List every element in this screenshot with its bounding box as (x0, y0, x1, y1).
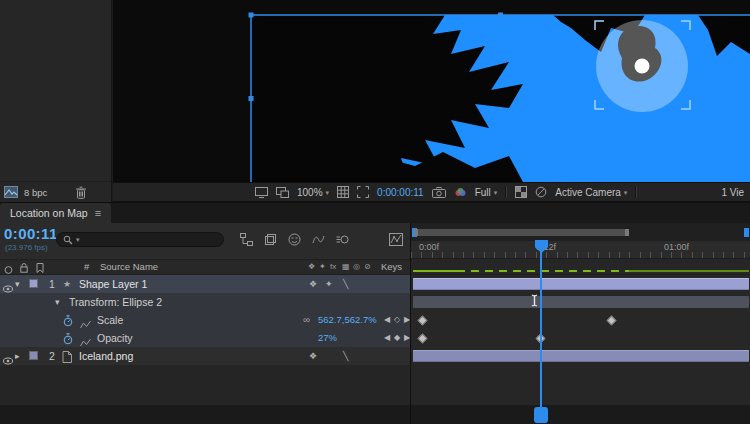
timeline-empty-area (0, 365, 410, 405)
preview-cache-dim (629, 270, 749, 272)
prev-keyframe-icon[interactable]: ◀ (384, 311, 390, 329)
grid-guides-icon[interactable] (337, 186, 349, 198)
scale-label[interactable]: Scale (97, 311, 123, 329)
current-time-indicator-line[interactable] (540, 251, 542, 407)
property-group-label[interactable]: Transform: Ellipse 2 (69, 293, 162, 311)
collapse-transforms-icon[interactable]: ❖ (309, 347, 317, 365)
layer-row-iceland[interactable]: ▸ 2 Iceland.png ❖ ╲ (0, 347, 410, 365)
collapse-transforms-icon[interactable]: ❖ (309, 275, 317, 293)
transparency-grid-icon[interactable] (515, 186, 527, 198)
timeline-tab-bar: Location on Map ≡ (0, 203, 750, 223)
bit-depth-label[interactable]: 8 bpc (24, 187, 47, 198)
layer-name[interactable]: Iceland.png (79, 347, 133, 365)
mask-column-icon[interactable]: ▦ (342, 260, 350, 274)
time-ruler[interactable]: 0:00f 0:12f 01:00f (411, 241, 750, 259)
active-camera-value: Active Camera (555, 187, 621, 198)
layer-color-swatch[interactable] (29, 351, 38, 360)
layer-index: 2 (49, 347, 55, 365)
resolution-value: Full (475, 187, 491, 198)
framerate-label: (23.976 fps) (5, 243, 48, 252)
viewer-timecode[interactable]: 0:00:00:11 (377, 187, 424, 198)
main-monitor-icon[interactable] (255, 187, 268, 198)
frame-blend-icon[interactable] (312, 233, 325, 246)
pan-end-handle[interactable] (744, 228, 749, 237)
keyframe-scale-1[interactable] (418, 316, 428, 326)
property-row-scale[interactable]: Scale ∞ 562.7,562.7% ◀ ◇ ▶ (0, 311, 410, 329)
layer-duration-bar-shape-layer[interactable] (413, 278, 749, 290)
project-panel-footer: 8 bpc (0, 181, 111, 202)
keyframe-opacity-1[interactable] (418, 334, 428, 344)
search-icon (63, 235, 73, 245)
snapshot-camera-icon[interactable] (432, 187, 446, 198)
timeline-panel: Location on Map ≡ 0:00:11 (23.976 fps) ▾ (0, 202, 750, 424)
collapse-column-icon[interactable]: ❖ (308, 260, 315, 274)
timeline-left: 0:00:11 (23.976 fps) ▾ (0, 223, 410, 424)
composition-flowchart-icon[interactable] (240, 233, 253, 246)
timeline-controls: 0:00:11 (23.976 fps) ▾ (0, 223, 410, 259)
layer-number-column[interactable]: # (84, 260, 89, 274)
opacity-value[interactable]: 27% (318, 329, 337, 347)
resolution-select[interactable]: Full ▾ (475, 187, 498, 198)
keyframe-scale-2[interactable] (607, 316, 617, 326)
trash-icon[interactable] (75, 186, 87, 199)
zoom-value: 100% (297, 187, 323, 198)
ruler-ticks (411, 252, 750, 258)
fx-slash-icon[interactable]: ╲ (343, 275, 348, 293)
3d-column-icon[interactable]: ⊘ (364, 260, 371, 274)
quality-column-icon[interactable]: ✦ (319, 260, 326, 274)
panel-menu-icon[interactable]: ≡ (95, 207, 101, 219)
motion-blur-icon[interactable] (336, 233, 349, 246)
region-of-interest-icon[interactable] (357, 186, 369, 198)
zoom-select[interactable]: 100% ▾ (297, 187, 329, 198)
work-area-bar[interactable] (414, 229, 629, 236)
current-time-indicator-foot[interactable] (534, 407, 548, 423)
current-time-display[interactable]: 0:00:11 (4, 225, 58, 242)
fx-column-icon[interactable]: fx (330, 260, 336, 274)
project-thumbnail-icon[interactable] (4, 186, 18, 198)
preview-monitor-icon[interactable] (276, 187, 289, 198)
shape-layer-icon: ★ (63, 275, 71, 293)
text-cursor-icon (530, 293, 539, 311)
preview-cache-solid (413, 270, 457, 272)
property-group-row[interactable]: ▾ Transform: Ellipse 2 (0, 293, 410, 311)
timeline-toolbar-icons (240, 233, 349, 246)
graph-editor-icon[interactable] (389, 233, 403, 246)
add-keyframe-icon[interactable]: ◆ (394, 329, 400, 347)
tab-title: Location on Map (10, 207, 88, 219)
opacity-label[interactable]: Opacity (97, 329, 133, 347)
motion-blur-column-icon[interactable]: ◎ (353, 260, 360, 274)
viewer-toolbar: 100% ▾ 0:00:00:11 Full ▾ (113, 182, 750, 202)
property-row-opacity[interactable]: Opacity 27% ◀ ◆ ▶ (0, 329, 410, 347)
disclosure-triangle-icon[interactable]: ▾ (15, 275, 20, 293)
source-name-column[interactable]: Source Name (100, 260, 158, 274)
work-area-end-handle[interactable] (625, 229, 629, 236)
view-select[interactable]: Active Camera ▾ (555, 187, 627, 198)
composition-panel: 100% ▾ 0:00:00:11 Full ▾ (113, 0, 750, 202)
add-keyframe-icon[interactable]: ◇ (394, 311, 400, 329)
composition-viewport[interactable] (113, 0, 750, 182)
timeline-track-area[interactable]: 0:00f 0:12f 01:00f (410, 223, 750, 424)
work-area-start-handle[interactable] (414, 229, 418, 236)
disclosure-triangle-icon[interactable]: ▸ (15, 347, 20, 365)
draft-3d-icon[interactable] (264, 233, 277, 246)
search-input[interactable]: ▾ (56, 232, 224, 247)
shy-icon[interactable] (288, 233, 301, 246)
layer-name[interactable]: Shape Layer 1 (79, 275, 147, 293)
view-layout-select[interactable]: 1 Vie (721, 187, 744, 198)
scale-value[interactable]: 562.7,562.7% (318, 311, 377, 329)
prev-keyframe-icon[interactable]: ◀ (384, 329, 390, 347)
timeline-column-headers: # Source Name ❖ ✦ fx ▦ ◎ ⊘ Keys (0, 259, 410, 275)
disclosure-triangle-icon[interactable]: ▾ (55, 293, 60, 311)
tab-location-on-map[interactable]: Location on Map ≡ (0, 203, 111, 223)
quality-icon[interactable]: ✦ (325, 275, 333, 293)
layer-duration-bar-iceland[interactable] (413, 350, 749, 362)
layer-color-swatch[interactable] (29, 279, 38, 288)
keys-column[interactable]: Keys (381, 260, 402, 274)
track-header-strip (411, 259, 750, 275)
layer-row-shape-layer-1[interactable]: ▾ 1 ★ Shape Layer 1 ❖ ✦ ╲ (0, 275, 410, 293)
link-dimensions-icon[interactable]: ∞ (303, 311, 310, 329)
show-channels-icon[interactable] (454, 187, 467, 198)
fx-slash-icon[interactable]: ╲ (343, 347, 348, 365)
ruler-label-0: 0:00f (419, 242, 439, 252)
pixel-aspect-icon[interactable] (535, 186, 547, 198)
